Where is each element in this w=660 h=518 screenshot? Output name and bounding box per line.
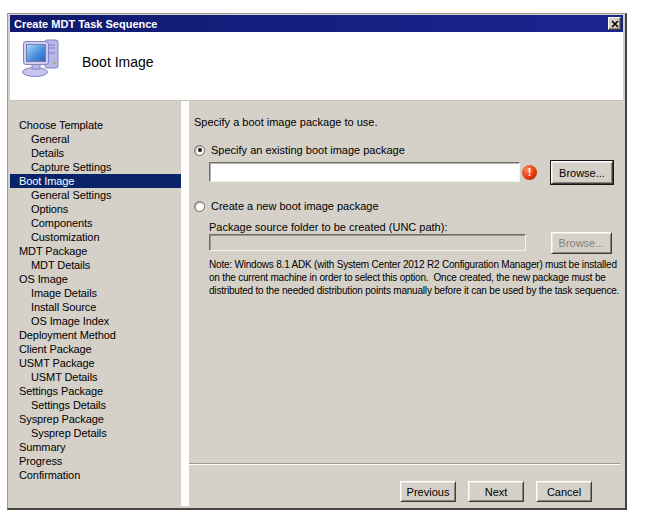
sidebar-item-os-image-index: OS Image Index bbox=[10, 314, 181, 328]
radio-row-create: Create a new boot image package bbox=[194, 200, 379, 212]
sidebar-item-usmt-package: USMT Package bbox=[10, 356, 181, 370]
package-source-label: Package source folder to be created (UNC… bbox=[209, 221, 447, 233]
existing-package-radio[interactable] bbox=[194, 145, 205, 156]
existing-package-input[interactable] bbox=[210, 163, 519, 181]
sidebar-item-sysprep-details: Sysprep Details bbox=[10, 426, 181, 440]
sidebar-item-client-package: Client Package bbox=[10, 342, 181, 356]
previous-button[interactable]: Previous bbox=[400, 481, 456, 502]
sidebar-item-summary: Summary bbox=[10, 440, 181, 454]
sidebar-item-options: Options bbox=[10, 202, 181, 216]
radio-row-existing: Specify an existing boot image package bbox=[194, 144, 405, 156]
cancel-button[interactable]: Cancel bbox=[536, 481, 592, 502]
browse-create-button: Browse... bbox=[551, 232, 612, 254]
close-button[interactable] bbox=[608, 17, 621, 30]
sidebar-item-general-settings: General Settings bbox=[10, 188, 181, 202]
create-package-radio[interactable] bbox=[194, 201, 205, 212]
create-mdt-task-sequence-dialog: Create MDT Task Sequence bbox=[7, 13, 627, 510]
content-pane: Specify a boot image package to use. Spe… bbox=[189, 101, 623, 506]
sidebar-nav: Choose TemplateGeneralDetailsCapture Set… bbox=[10, 101, 181, 506]
package-source-input bbox=[210, 235, 525, 250]
sidebar-item-settings-details: Settings Details bbox=[10, 398, 181, 412]
sidebar-item-progress: Progress bbox=[10, 454, 181, 468]
browse-existing-button[interactable]: Browse... bbox=[551, 161, 613, 184]
sidebar-item-boot-image: Boot Image bbox=[10, 174, 181, 188]
window-title: Create MDT Task Sequence bbox=[14, 18, 157, 30]
sidebar-content-divider bbox=[181, 101, 189, 506]
existing-package-radio-label: Specify an existing boot image package bbox=[211, 144, 405, 156]
sidebar-item-mdt-details: MDT Details bbox=[10, 258, 181, 272]
sidebar-item-confirmation: Confirmation bbox=[10, 468, 181, 482]
computer-icon bbox=[21, 37, 63, 79]
dialog-body: Choose TemplateGeneralDetailsCapture Set… bbox=[10, 101, 623, 506]
sidebar-item-usmt-details: USMT Details bbox=[10, 370, 181, 384]
sidebar-item-os-image: OS Image bbox=[10, 272, 181, 286]
sidebar-item-install-source: Install Source bbox=[10, 300, 181, 314]
intro-text: Specify a boot image package to use. bbox=[194, 116, 377, 128]
sidebar-item-sysprep-package: Sysprep Package bbox=[10, 412, 181, 426]
close-icon bbox=[611, 20, 619, 28]
create-package-radio-label: Create a new boot image package bbox=[211, 200, 379, 212]
page-title: Boot Image bbox=[82, 54, 154, 70]
next-button[interactable]: Next bbox=[468, 481, 524, 502]
titlebar: Create MDT Task Sequence bbox=[10, 15, 623, 32]
note-text: Note: Windows 8.1 ADK (with System Cente… bbox=[209, 258, 630, 297]
sidebar-item-settings-package: Settings Package bbox=[10, 384, 181, 398]
sidebar-item-general: General bbox=[10, 132, 181, 146]
error-icon: ! bbox=[522, 165, 537, 180]
sidebar-item-choose-template: Choose Template bbox=[10, 118, 181, 132]
footer-divider bbox=[189, 463, 620, 465]
sidebar-item-deployment-method: Deployment Method bbox=[10, 328, 181, 342]
sidebar-item-customization: Customization bbox=[10, 230, 181, 244]
sidebar-item-mdt-package: MDT Package bbox=[10, 244, 181, 258]
package-source-field-wrap bbox=[209, 234, 526, 251]
sidebar-item-details: Details bbox=[10, 146, 181, 160]
sidebar-item-components: Components bbox=[10, 216, 181, 230]
sidebar-item-image-details: Image Details bbox=[10, 286, 181, 300]
existing-package-field-wrap bbox=[209, 162, 520, 182]
sidebar-item-capture-settings: Capture Settings bbox=[10, 160, 181, 174]
wizard-header: Boot Image bbox=[10, 32, 623, 101]
